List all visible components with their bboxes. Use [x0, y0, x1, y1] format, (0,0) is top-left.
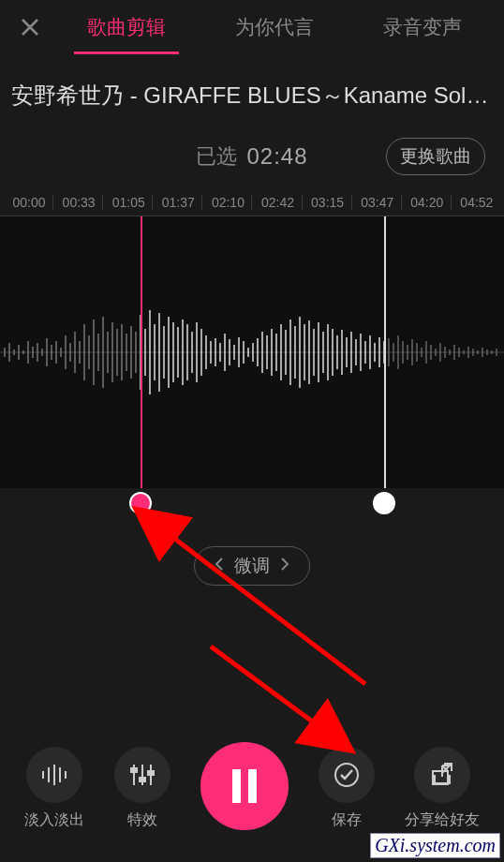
- trim-end-handle[interactable]: [373, 492, 395, 514]
- tick: 01:37: [152, 195, 201, 210]
- svg-rect-12: [232, 769, 241, 803]
- waveform-icon: [0, 296, 504, 409]
- effects-tool[interactable]: 特效: [114, 747, 170, 830]
- svg-rect-9: [131, 768, 137, 772]
- tab-label: 录音变声: [383, 14, 462, 40]
- pause-button[interactable]: [200, 742, 289, 830]
- selection-start-marker[interactable]: [141, 216, 142, 488]
- effects-icon: [114, 747, 170, 803]
- chevron-right-icon: [279, 557, 290, 575]
- fade-tool[interactable]: 淡入淡出: [24, 747, 84, 830]
- fade-label: 淡入淡出: [24, 810, 84, 830]
- change-song-button[interactable]: 更换歌曲: [386, 138, 485, 175]
- timeline-ruler: 00:00 00:33 01:05 01:37 02:10 02:42 03:1…: [0, 187, 504, 216]
- tick: 02:42: [251, 195, 301, 210]
- fade-icon: [26, 747, 82, 803]
- tick: 01:05: [102, 195, 152, 210]
- chevron-left-icon: [214, 557, 225, 575]
- share-label: 分享给好友: [405, 810, 480, 830]
- tab-song-edit[interactable]: 歌曲剪辑: [74, 0, 179, 54]
- tick: 00:33: [52, 195, 102, 210]
- save-label: 保存: [332, 810, 362, 830]
- close-button[interactable]: [7, 5, 52, 50]
- tick: 00:00: [4, 195, 52, 210]
- svg-rect-11: [148, 771, 154, 775]
- waveform-area[interactable]: [0, 216, 504, 488]
- close-icon: [21, 18, 39, 37]
- save-icon: [319, 747, 375, 803]
- tab-label: 歌曲剪辑: [87, 14, 166, 40]
- share-icon: [414, 747, 470, 803]
- tick: 02:10: [201, 195, 251, 210]
- change-song-label: 更换歌曲: [400, 146, 471, 166]
- svg-rect-10: [140, 778, 145, 781]
- tick: 03:15: [302, 195, 351, 210]
- tab-voice-change[interactable]: 录音变声: [370, 0, 475, 54]
- tab-speak-for-you[interactable]: 为你代言: [222, 0, 327, 54]
- selected-duration: 02:48: [246, 143, 307, 170]
- fine-tune-button[interactable]: 微调: [194, 546, 310, 586]
- header: 歌曲剪辑 为你代言 录音变声: [0, 0, 504, 54]
- selection-row: 已选 02:48 更换歌曲: [0, 135, 504, 178]
- effects-label: 特效: [127, 810, 157, 830]
- save-tool[interactable]: 保存: [319, 747, 375, 830]
- bottom-toolbar: 淡入淡出 特效 保存 分享给好友: [0, 742, 504, 830]
- tab-label: 为你代言: [235, 14, 314, 40]
- svg-line-17: [211, 646, 319, 726]
- fine-tune-label: 微调: [234, 554, 270, 578]
- tick: 04:20: [401, 195, 451, 210]
- selected-label: 已选: [196, 142, 237, 171]
- pause-icon: [229, 767, 260, 805]
- song-title: 安野希世乃 - GIRAFFE BLUES～Kaname Solo...: [0, 54, 504, 135]
- share-tool[interactable]: 分享给好友: [405, 747, 480, 830]
- tabs: 歌曲剪辑 为你代言 录音变声: [52, 0, 497, 54]
- tick: 03:47: [351, 195, 401, 210]
- tick: 04:52: [451, 195, 500, 210]
- svg-rect-13: [248, 769, 257, 803]
- watermark: GXi.system.com: [370, 833, 500, 858]
- selection-end-marker[interactable]: [384, 216, 386, 488]
- trim-handle-row: [0, 488, 504, 526]
- trim-start-handle[interactable]: [129, 492, 152, 514]
